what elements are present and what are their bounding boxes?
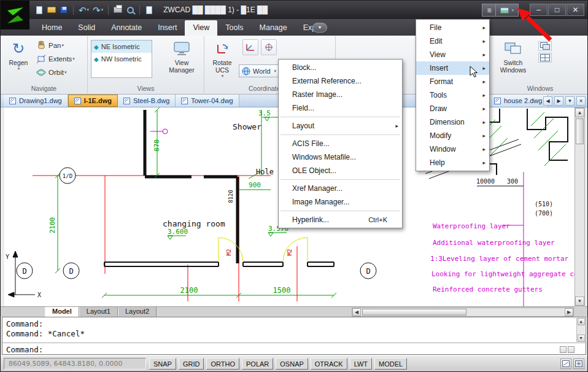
rotate-ucs-button[interactable]: Rotate UCS ▾ xyxy=(206,37,239,79)
switch-windows-button[interactable]: Switch Windows xyxy=(495,37,531,74)
tab-scroll-right-button[interactable]: ▶ xyxy=(554,96,563,106)
command-scroll-up-button[interactable]: ▲ xyxy=(578,318,585,325)
ribbon-tab[interactable]: Annotate xyxy=(103,20,150,36)
open-file-button[interactable] xyxy=(46,4,57,16)
view-manager-button[interactable]: View Manager xyxy=(165,37,198,74)
submenu-item[interactable]: Hyperlink... Ctrl+K ▸ xyxy=(279,213,402,227)
document-tab[interactable]: house 2.dwg xyxy=(489,95,548,107)
submenu-item[interactable]: ▸ xyxy=(279,209,402,213)
plot-preview-button[interactable] xyxy=(125,4,136,16)
layout-tab[interactable]: Model xyxy=(45,307,79,317)
ucs-world-icon-button[interactable] xyxy=(261,39,277,55)
menu-item[interactable]: Modify ▸ xyxy=(416,129,489,142)
document-tab[interactable]: Tower-04.dwg xyxy=(176,95,239,107)
status-toggle-button[interactable]: LWT xyxy=(350,358,372,370)
submenu-item[interactable]: Raster Image... ▸ xyxy=(279,88,402,101)
vertical-scrollbar[interactable]: ▲ ▼ xyxy=(574,107,585,306)
scroll-right-button[interactable]: ▶ xyxy=(565,308,573,316)
ucs-icon-button[interactable] xyxy=(242,39,258,55)
menu-item[interactable]: Format ▸ xyxy=(416,75,489,88)
menu-item[interactable]: Edit ▸ xyxy=(416,34,489,48)
cascade-windows-button[interactable] xyxy=(538,41,552,51)
submenu-item[interactable]: ▸ xyxy=(279,177,402,182)
command-scrollbar[interactable]: ▲ ▼ xyxy=(576,318,585,342)
command-window[interactable]: Command: Command: *Cancel* Command: ▲ ▼ xyxy=(2,317,586,355)
ribbon-tab[interactable]: Manage xyxy=(252,20,295,36)
submenu-item[interactable]: External Reference... ▸ xyxy=(279,74,402,88)
tab-list-button[interactable]: ▼ xyxy=(565,96,574,106)
regen-button[interactable]: ↻ Regen ▾ xyxy=(2,37,35,71)
clean-screen-button[interactable] xyxy=(573,358,584,369)
menu-item[interactable]: File ▸ xyxy=(416,21,489,34)
submenu-item[interactable]: Layout ▸ xyxy=(279,119,402,133)
menu-list-button[interactable]: ≡ xyxy=(482,4,496,17)
ribbon-tab[interactable]: Insert xyxy=(150,20,185,36)
status-toggle-button[interactable]: OTRACK xyxy=(311,358,347,370)
ribbon-tab[interactable]: View xyxy=(185,20,217,36)
scroll-up-button[interactable]: ▲ xyxy=(575,108,584,117)
tile-windows-button[interactable] xyxy=(538,53,552,63)
submenu-item[interactable]: ▸ xyxy=(279,115,402,119)
ribbon-tab[interactable]: Solid xyxy=(70,20,103,36)
status-toggle-button[interactable]: GRID xyxy=(179,358,204,370)
submenu-item[interactable]: ACIS File... ▸ xyxy=(279,137,402,150)
extents-button[interactable]: Extents ▾ xyxy=(35,52,75,66)
scroll-down-button[interactable]: ▼ xyxy=(575,296,584,306)
annotation-scale-button[interactable] xyxy=(560,358,571,369)
submenu-item[interactable]: ▸ xyxy=(279,133,402,137)
scroll-left-button[interactable]: ◀ xyxy=(352,308,361,316)
submenu-item[interactable]: Block... ▸ xyxy=(279,61,402,74)
submenu-item[interactable]: OLE Object... ▸ xyxy=(279,164,402,177)
status-toggle-button[interactable]: OSNAP xyxy=(276,358,308,370)
ribbon-options-button[interactable]: ▾ xyxy=(312,23,327,33)
status-toggle-button[interactable]: POLAR xyxy=(242,358,273,370)
menu-item[interactable]: Help ▸ xyxy=(416,156,489,169)
command-scroll-right-button[interactable] xyxy=(568,346,574,353)
save-file-button[interactable] xyxy=(58,4,69,16)
orbit-button[interactable]: Orbit ▾ xyxy=(35,66,75,79)
horizontal-scrollbar[interactable]: ◀ ▶ xyxy=(352,308,574,317)
submenu-item[interactable]: Field... ▸ xyxy=(279,101,402,115)
redo-button[interactable]: ↷▾ xyxy=(91,4,104,16)
status-toggle-button[interactable]: MODEL xyxy=(374,358,407,370)
menu-item[interactable]: Dimension ▸ xyxy=(416,115,489,129)
document-tab[interactable]: I-1E.dwg xyxy=(68,95,118,107)
view-item-nw-isometric[interactable]: ◆ NW Isometric xyxy=(91,53,152,65)
layout-tab[interactable]: Layout1 xyxy=(79,307,118,317)
view-item-ne-isometric[interactable]: ◆ NE Isometric xyxy=(91,41,152,53)
views-list[interactable]: ◆ NE Isometric ◆ NW Isometric xyxy=(91,40,152,78)
submenu-item[interactable]: Xref Manager... ▸ xyxy=(279,182,402,195)
classic-menu-button[interactable]: ▾ xyxy=(496,4,519,17)
ucs-world-dropdown[interactable]: World ▾ xyxy=(239,64,279,77)
menu-item[interactable]: Draw ▸ xyxy=(416,102,489,115)
command-scroll-left-button[interactable] xyxy=(560,346,567,353)
document-tab[interactable]: Steel-B.dwg xyxy=(118,95,176,107)
minimize-button[interactable]: – xyxy=(530,4,547,16)
tab-close-button[interactable]: ✕ xyxy=(576,96,586,106)
menu-item[interactable]: Tools ▸ xyxy=(416,88,489,102)
pan-button[interactable]: Pan ▾ xyxy=(35,39,75,52)
ribbon-tab[interactable]: Tools xyxy=(217,20,251,36)
submenu-item[interactable]: Image Manager... ▸ xyxy=(279,195,402,209)
document-tab[interactable]: Drawing1.dwg xyxy=(4,95,68,107)
vertical-scroll-thumb[interactable] xyxy=(576,118,584,144)
undo-button[interactable]: ↶▾ xyxy=(77,4,90,16)
restore-button[interactable]: □ xyxy=(548,4,566,16)
new-file-button[interactable] xyxy=(34,4,45,16)
menu-item[interactable]: Insert ▸ xyxy=(416,61,489,75)
ribbon-tab[interactable]: Home xyxy=(34,20,70,36)
horizontal-scroll-thumb[interactable] xyxy=(362,309,466,316)
menu-item[interactable]: Window ▸ xyxy=(416,142,489,156)
command-prompt[interactable]: Command: xyxy=(6,345,43,354)
tab-scroll-left-button[interactable]: ◀ xyxy=(543,96,552,106)
close-button[interactable]: ✕ xyxy=(567,4,584,16)
menu-item[interactable]: View ▸ xyxy=(416,48,489,61)
submenu-item[interactable]: Windows Metafile... ▸ xyxy=(279,150,402,164)
status-toggle-button[interactable]: ORTHO xyxy=(206,358,239,370)
plot-button[interactable] xyxy=(112,4,123,16)
command-scroll-down-button[interactable]: ▼ xyxy=(578,335,585,342)
publish-button[interactable] xyxy=(144,4,155,16)
layout-tab[interactable]: Layout2 xyxy=(118,307,157,317)
status-toggle-button[interactable]: SNAP xyxy=(149,358,176,370)
publish-icon xyxy=(146,6,152,14)
